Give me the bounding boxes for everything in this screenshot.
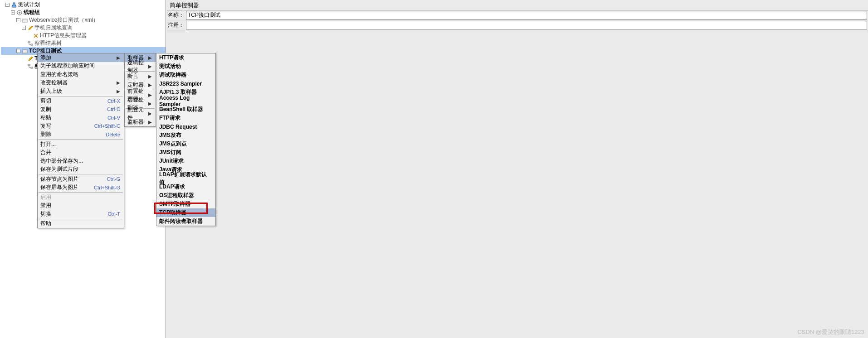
menu-label: 删除	[40, 130, 51, 138]
chevron-right-icon: ▶	[148, 82, 152, 87]
toggle-icon[interactable]: −	[11, 10, 15, 14]
menu-naming-policy[interactable]: 应用的命名策略	[38, 70, 124, 79]
svg-rect-4	[31, 44, 33, 45]
menu-jms-pub[interactable]: JMS发布	[156, 131, 215, 140]
menu-jsr223[interactable]: JSR223 Sampler	[156, 79, 215, 88]
menu-duplicate[interactable]: 复写Ctrl+Shift-C	[38, 122, 124, 130]
tree-webservice[interactable]: − Webservice接口测试（xml）	[1, 16, 166, 24]
menu-label: 粘贴	[40, 114, 51, 121]
menu-test-action[interactable]: 测试活动	[156, 62, 215, 71]
menu-save-selection[interactable]: 选中部分保存为...	[38, 157, 124, 165]
menu-ftp[interactable]: FTP请求	[156, 114, 215, 122]
menu-insert-parent[interactable]: 插入上级▶	[38, 87, 124, 96]
tree-icon	[27, 40, 34, 47]
shortcut: Ctrl+Shift-C	[94, 123, 120, 129]
menu-label: SMTP取样器	[159, 200, 190, 208]
menu-label: 启用	[40, 193, 51, 201]
menu-label: 保存节点为图片	[40, 175, 78, 183]
menu-access-log[interactable]: Access Log Sampler	[156, 97, 215, 105]
menu-listener[interactable]: 监听器▶	[125, 118, 156, 126]
menu-label: 选中部分保存为...	[40, 157, 83, 165]
shortcut: Delete	[106, 132, 120, 137]
menu-smtp[interactable]: SMTP取样器	[156, 200, 215, 208]
menu-label: 为子线程添加响应时间	[40, 62, 95, 70]
menu-label: 调试取样器	[159, 71, 186, 79]
menu-mail-reader[interactable]: 邮件阅读者取样器	[156, 217, 215, 226]
menu-label: 改变控制器	[40, 79, 68, 87]
x-icon	[33, 33, 39, 39]
menu-os-process[interactable]: OS进程取样器	[156, 191, 215, 200]
menu-ldap-ext[interactable]: LDAP扩展请求默认值	[156, 174, 215, 183]
shortcut: Ctrl-T	[108, 211, 121, 217]
watermark: CSDN @爱笑的眼睛1223	[797, 328, 864, 336]
menu-jms-p2p[interactable]: JMS点到点	[156, 140, 215, 148]
shortcut: Ctrl+Shift-G	[94, 185, 120, 190]
toggle-icon[interactable]: −	[16, 18, 20, 22]
toggle-icon[interactable]: −	[16, 49, 20, 53]
gear-icon	[16, 10, 23, 16]
menu-paste[interactable]: 粘贴Ctrl-V	[38, 114, 124, 122]
comment-label: 注释：	[167, 21, 186, 29]
menu-label: 保存屏幕为图片	[40, 183, 78, 191]
menu-save-node-img[interactable]: 保存节点为图片Ctrl-G	[38, 175, 124, 183]
tree-phone-query[interactable]: − 手机归属地查询	[1, 24, 166, 32]
tree-label: Webservice接口测试（xml）	[29, 16, 98, 24]
shortcut: Ctrl-C	[107, 106, 120, 112]
name-input[interactable]	[186, 11, 867, 19]
menu-separator	[39, 219, 123, 219]
shortcut: Ctrl-X	[107, 98, 120, 104]
chevron-right-icon: ▶	[148, 92, 152, 97]
tree-root-test-plan[interactable]: − 测试计划	[1, 1, 166, 9]
menu-label: JDBC Request	[159, 124, 197, 130]
menu-label: 逻辑控制器	[127, 59, 148, 74]
menu-toggle[interactable]: 切换Ctrl-T	[38, 210, 124, 218]
menu-label: 添加	[40, 54, 51, 62]
svg-point-1	[19, 12, 20, 14]
menu-merge[interactable]: 合并	[38, 149, 124, 157]
menu-change-controller[interactable]: 改变控制器▶	[38, 79, 124, 87]
menu-help[interactable]: 帮助	[38, 220, 124, 228]
menu-save-fragment[interactable]: 保存为测试片段	[38, 165, 124, 174]
menu-copy[interactable]: 复制Ctrl-C	[38, 105, 124, 114]
shortcut: Ctrl-G	[107, 176, 120, 182]
svg-rect-2	[23, 19, 27, 22]
menu-open[interactable]: 打开...	[38, 140, 124, 149]
menu-label: JMS发布	[159, 131, 181, 139]
right-panel: 简单控制器 名称： 注释：	[167, 0, 868, 338]
panel-title: 简单控制器	[167, 0, 868, 10]
tree-thread-group[interactable]: − 线程组	[1, 9, 166, 16]
tree-label: HTTP信息头管理器	[40, 32, 87, 39]
toggle-icon[interactable]: −	[22, 26, 26, 30]
menu-save-screen-img[interactable]: 保存屏幕为图片Ctrl+Shift-G	[38, 183, 124, 192]
menu-label: 复制	[40, 106, 51, 113]
menu-label: 监听器	[127, 118, 144, 126]
menu-enable: 启用	[38, 193, 124, 202]
toggle-icon[interactable]: −	[5, 3, 10, 7]
name-label: 名称：	[167, 11, 186, 19]
menu-delete[interactable]: 删除Delete	[38, 130, 124, 139]
menu-label: BeanShell 取样器	[159, 106, 203, 113]
menu-label: 断言	[127, 72, 138, 80]
menu-add[interactable]: 添加▶	[38, 53, 124, 62]
menu-jms-sub[interactable]: JMS订阅	[156, 148, 215, 157]
svg-rect-3	[28, 41, 30, 43]
comment-input[interactable]	[186, 21, 867, 29]
svg-rect-6	[28, 64, 30, 66]
menu-cut[interactable]: 剪切Ctrl-X	[38, 97, 124, 106]
menu-jdbc[interactable]: JDBC Request	[156, 122, 215, 131]
menu-config-element[interactable]: 配置元件▶	[125, 109, 156, 118]
menu-disable[interactable]: 禁用	[38, 202, 124, 210]
menu-logic-controller[interactable]: 逻辑控制器▶	[125, 62, 156, 71]
chevron-right-icon: ▶	[148, 111, 152, 116]
menu-http-request[interactable]: HTTP请求	[156, 53, 215, 62]
menu-label: 帮助	[40, 220, 51, 227]
menu-debug-sampler[interactable]: 调试取样器	[156, 71, 215, 79]
tree-http-header-mgr[interactable]: HTTP信息头管理器	[1, 32, 166, 39]
tree-label: 手机归属地查询	[34, 24, 73, 32]
menu-tcp-sampler[interactable]: TCP取样器	[156, 208, 215, 217]
menu-add-think-time[interactable]: 为子线程添加响应时间	[38, 62, 124, 71]
menu-junit[interactable]: JUnit请求	[156, 157, 215, 165]
menu-label: FTP请求	[159, 114, 180, 122]
tree-view-results-1[interactable]: 察看结果树	[1, 39, 166, 47]
context-menu-sampler: HTTP请求 测试活动 调试取样器 JSR223 Sampler AJP/1.3…	[156, 53, 216, 226]
